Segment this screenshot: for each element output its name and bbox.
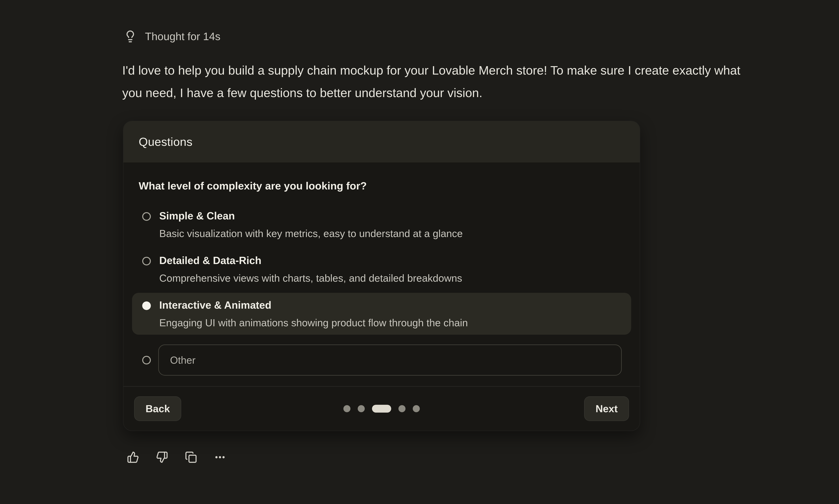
- option-label: Detailed & Data-Rich: [159, 255, 462, 266]
- option-other[interactable]: [132, 338, 631, 376]
- next-button[interactable]: Next: [584, 396, 629, 421]
- option-interactive-animated[interactable]: Interactive & Animated Engaging UI with …: [132, 293, 631, 335]
- more-options-button[interactable]: [214, 451, 226, 463]
- option-text: Detailed & Data-Rich Comprehensive views…: [159, 255, 462, 283]
- thought-label: Thought for 14s: [145, 30, 221, 43]
- assistant-message: I'd love to help you build a supply chai…: [122, 59, 753, 104]
- back-button[interactable]: Back: [134, 396, 181, 421]
- pagination-dot[interactable]: [358, 405, 365, 412]
- pagination-dots: [344, 405, 420, 413]
- thumbs-down-icon: [156, 451, 168, 463]
- radio-unselected-icon[interactable]: [142, 212, 151, 221]
- option-label: Simple & Clean: [159, 211, 463, 221]
- radio-unselected-icon[interactable]: [142, 356, 151, 364]
- option-simple-clean[interactable]: Simple & Clean Basic visualization with …: [132, 203, 631, 246]
- pagination-dot[interactable]: [413, 405, 420, 412]
- lightbulb-icon: [124, 30, 137, 43]
- questions-card-footer: Back Next: [123, 386, 640, 431]
- thumbs-up-icon: [127, 451, 139, 463]
- copy-button[interactable]: [185, 451, 197, 463]
- option-description: Comprehensive views with charts, tables,…: [159, 273, 462, 283]
- option-text: Simple & Clean Basic visualization with …: [159, 211, 463, 239]
- thumbs-down-button[interactable]: [156, 451, 168, 463]
- other-input[interactable]: [158, 344, 622, 376]
- copy-icon: [185, 451, 197, 463]
- option-description: Engaging UI with animations showing prod…: [159, 318, 468, 328]
- radio-selected-icon[interactable]: [142, 302, 151, 310]
- option-detailed-data-rich[interactable]: Detailed & Data-Rich Comprehensive views…: [132, 248, 631, 290]
- questions-card-body: What level of complexity are you looking…: [123, 162, 640, 376]
- questions-card: Questions What level of complexity are y…: [123, 121, 640, 431]
- card-title: Questions: [139, 135, 193, 148]
- questions-card-header: Questions: [123, 121, 640, 162]
- question-text: What level of complexity are you looking…: [139, 180, 625, 192]
- message-actions: [127, 450, 226, 465]
- pagination-dot-active[interactable]: [372, 405, 391, 413]
- more-options-icon: [214, 451, 226, 463]
- option-description: Basic visualization with key metrics, ea…: [159, 229, 463, 239]
- thought-summary[interactable]: Thought for 14s: [124, 29, 221, 44]
- pagination-dot[interactable]: [344, 405, 350, 412]
- thumbs-up-button[interactable]: [127, 451, 139, 463]
- option-label: Interactive & Animated: [159, 300, 468, 310]
- radio-unselected-icon[interactable]: [142, 257, 151, 265]
- pagination-dot[interactable]: [399, 405, 405, 412]
- option-text: Interactive & Animated Engaging UI with …: [159, 300, 468, 328]
